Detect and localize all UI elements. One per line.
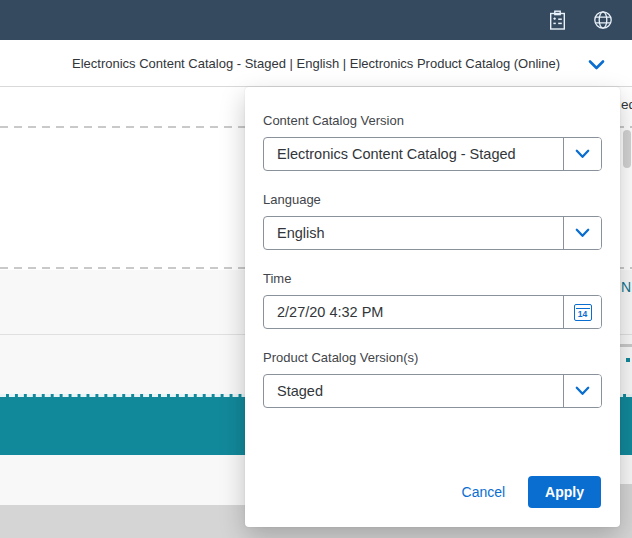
clipped-background-text: N xyxy=(621,279,631,295)
shell-header-bar xyxy=(0,0,632,40)
catalog-version-popover: Content Catalog Version Electronics Cont… xyxy=(245,87,620,527)
select-value: English xyxy=(264,217,563,249)
select-value: Staged xyxy=(264,375,563,407)
chevron-down-icon[interactable] xyxy=(588,57,605,69)
catalog-selector-toolbar: Electronics Content Catalog - Staged | E… xyxy=(0,40,632,87)
field-label: Language xyxy=(263,192,602,208)
content-catalog-version-select[interactable]: Electronics Content Catalog - Staged xyxy=(263,137,602,171)
field-label: Content Catalog Version xyxy=(263,113,602,129)
field-content-catalog-version: Content Catalog Version Electronics Cont… xyxy=(263,113,602,171)
chevron-down-icon[interactable] xyxy=(563,138,601,170)
catalog-selector-breadcrumb[interactable]: Electronics Content Catalog - Staged | E… xyxy=(72,56,560,71)
field-label: Product Catalog Version(s) xyxy=(263,350,602,366)
field-time: Time 2/27/20 4:32 PM 14 xyxy=(263,271,602,329)
field-product-catalog-versions: Product Catalog Version(s) Staged xyxy=(263,350,602,408)
popover-footer: Cancel Apply xyxy=(462,476,601,508)
scrollbar-thumb[interactable] xyxy=(623,130,631,168)
language-select[interactable]: English xyxy=(263,216,602,250)
apply-button[interactable]: Apply xyxy=(528,476,601,508)
clipped-background-text: ed xyxy=(621,97,632,112)
field-language: Language English xyxy=(263,192,602,250)
calendar-day-number: 14 xyxy=(578,310,587,320)
select-value: Electronics Content Catalog - Staged xyxy=(264,138,563,170)
calendar-icon-glyph: 14 xyxy=(574,304,592,321)
chevron-down-icon[interactable] xyxy=(563,375,601,407)
product-catalog-version-select[interactable]: Staged xyxy=(263,374,602,408)
smartedit-screen: ed N Electronics Content Catalog - Stag xyxy=(0,0,632,538)
field-label: Time xyxy=(263,271,602,287)
tasks-clipboard-icon[interactable] xyxy=(546,9,568,31)
chevron-down-icon[interactable] xyxy=(563,217,601,249)
time-datetime-input[interactable]: 2/27/20 4:32 PM 14 xyxy=(263,295,602,329)
cancel-button[interactable]: Cancel xyxy=(462,484,506,500)
globe-icon[interactable] xyxy=(592,9,614,31)
calendar-icon[interactable]: 14 xyxy=(563,296,601,328)
page-footer-band-right xyxy=(620,484,632,506)
datetime-value: 2/27/20 4:32 PM xyxy=(264,296,563,328)
teal-fragment xyxy=(626,358,630,362)
